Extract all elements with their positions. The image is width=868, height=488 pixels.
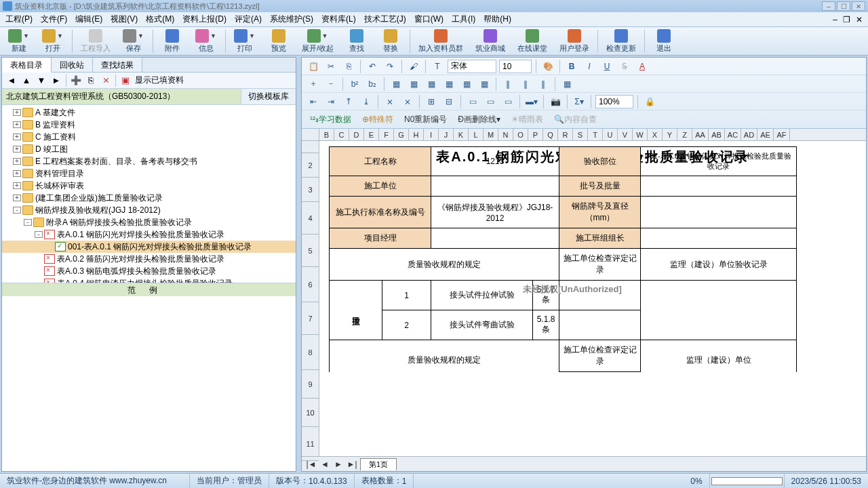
row-header[interactable]: 8 [302,335,319,370]
tree-node[interactable]: -附录A 钢筋焊接接头检验批质量验收记录 [2,216,296,228]
menu-tech[interactable]: 技术工艺(J) [364,14,406,25]
toolbar-展开/收起[interactable]: ▼展开/收起 [298,28,338,55]
split-icon[interactable]: ⊟ [441,95,456,108]
ins-up-icon[interactable]: ⤒ [341,95,356,108]
tree-node[interactable]: +B 监理资料 [2,119,296,131]
undo-icon[interactable]: ↶ [365,60,380,73]
menu-edit[interactable]: 编辑(E) [75,14,102,25]
toolbar-用户登录[interactable]: 用户登录 [555,28,593,55]
subscript-icon[interactable]: b₂ [365,77,380,91]
col-header[interactable]: E [364,129,379,140]
value-standard[interactable]: 《钢筋焊接及验收规程》JGJ18-2012 [431,197,559,228]
nav-up-icon[interactable]: ▲ [21,75,32,86]
border2-icon[interactable]: ▭ [483,95,498,108]
superscript-icon[interactable]: b² [347,77,362,91]
col-header[interactable]: X [648,129,663,140]
fontcolor2-icon[interactable]: A [635,60,650,73]
col-header[interactable]: AF [774,129,790,140]
border3-icon[interactable]: ▭ [500,95,515,108]
plus-icon[interactable]: ＋ [306,77,321,91]
tree-node[interactable]: +A 基建文件 [2,106,296,119]
filter-icon[interactable]: ▣ [120,75,131,86]
paste-icon[interactable]: 📋 [306,60,321,73]
col-header[interactable]: AC [725,129,741,140]
copy2-icon[interactable]: ⎘ [341,60,356,73]
align3-icon[interactable]: ▦ [424,77,439,91]
col-header[interactable]: J [439,129,454,140]
col-header[interactable]: AA [692,129,709,140]
minimize-button[interactable]: – [822,1,835,11]
special-char-button[interactable]: ⊕ 特殊符 [358,113,397,126]
toolbar-退出[interactable]: 退出 [649,28,679,55]
sheet-prev-icon[interactable]: ◄ [319,460,330,469]
underline-icon[interactable]: U [599,60,614,73]
bold-icon[interactable]: B [564,60,579,73]
toolbar-新建[interactable]: ▼新建 [4,28,34,55]
menu-tools[interactable]: 工具(I) [452,14,475,25]
col-header[interactable]: W [633,129,648,140]
format-painter-icon[interactable]: 🖌 [406,60,421,73]
col-header[interactable]: I [424,129,439,140]
value-accept-part[interactable]: 001-表A.0.1 钢筋闪光对焊接头检验批质量验收记录 [641,147,797,176]
text-icon[interactable]: T [430,60,445,73]
nav-back-icon[interactable]: ◄ [6,75,17,86]
col-header[interactable]: H [409,129,424,140]
col-header[interactable]: T [588,129,603,140]
row-header[interactable]: 4 [302,202,319,235]
zoom-select[interactable]: 100% [595,95,633,108]
mdi-minimize-button[interactable]: – [833,15,837,24]
tree-node[interactable]: 001-表A.0.1 钢筋闪光对焊接头检验批质量验收记录 [2,241,296,253]
sheet-next-icon[interactable]: ► [333,460,344,469]
italic-icon[interactable]: I [582,60,597,73]
sheet-last-icon[interactable]: ►| [347,460,357,469]
col-header[interactable]: S [573,129,588,140]
sigma-icon[interactable]: Σ▾ [572,95,587,108]
toolbar-替换[interactable]: 替换 [376,28,406,55]
row-header[interactable]: 9 [302,370,319,399]
menu-maintain[interactable]: 系统维护(S) [270,14,313,25]
valign1-icon[interactable]: ‖ [500,77,515,91]
nav-down-icon[interactable]: ▼ [36,75,47,86]
tab-catalog[interactable]: 表格目录 [2,58,52,73]
row-header[interactable]: 6 [302,267,319,302]
strikethrough-button[interactable]: Ð 画删除线 ▾ [454,113,505,126]
toolbar-查找[interactable]: 查找 [342,28,372,55]
example-row[interactable]: 范例 [2,283,296,296]
value-project[interactable]: 1213 [431,147,559,176]
show-filled-label[interactable]: 显示已填资料 [135,75,184,86]
menu-evaluate[interactable]: 评定(A) [235,14,262,25]
fill-icon[interactable]: ▬▾ [524,95,539,108]
col-header[interactable]: G [394,129,409,140]
menu-window[interactable]: 窗口(W) [414,14,443,25]
toolbar-打开[interactable]: ▼打开 [38,28,68,55]
toolbar-在线课堂[interactable]: 在线课堂 [513,28,551,55]
col-header[interactable]: AB [709,129,725,140]
strike-icon[interactable]: S̶ [617,60,632,73]
col-header[interactable]: R [558,129,573,140]
sheet-first-icon[interactable]: |◄ [306,460,317,469]
tree-node[interactable]: +长城杯评审表 [2,180,296,192]
fontcolor-icon[interactable]: 🎨 [540,60,555,73]
tree-node[interactable]: 表A.0.3 钢筋电弧焊接头检验批质量验收记录 [2,265,296,277]
toolbar-附件[interactable]: 附件 [157,28,187,55]
col-header[interactable]: L [469,129,484,140]
ins-right-icon[interactable]: ⇥ [323,95,338,108]
col-header[interactable]: M [484,129,498,140]
toolbar-预览[interactable]: 预览 [264,28,294,55]
fontsize-select[interactable]: 10 [499,60,532,73]
tab-recycle[interactable]: 回收站 [52,58,93,72]
col-header[interactable]: K [454,129,469,140]
row-header[interactable]: 7 [302,302,319,335]
col-header[interactable]: AE [757,129,774,140]
lock-icon[interactable]: 🔒 [642,95,657,108]
align1-icon[interactable]: ▦ [389,77,403,91]
mdi-close-button[interactable]: ✕ [856,15,863,24]
border1-icon[interactable]: ▭ [465,95,480,108]
font-select[interactable]: 宋体 [448,60,496,73]
merge-icon[interactable]: ⊞ [424,95,439,108]
tree-node[interactable]: +C 施工资料 [2,131,296,143]
tree-node[interactable]: +D 竣工图 [2,143,296,155]
toolbar-加入资料员群[interactable]: 加入资料员群 [414,28,467,55]
col-header[interactable]: B [319,129,334,140]
row-header[interactable]: 10 [302,399,319,427]
